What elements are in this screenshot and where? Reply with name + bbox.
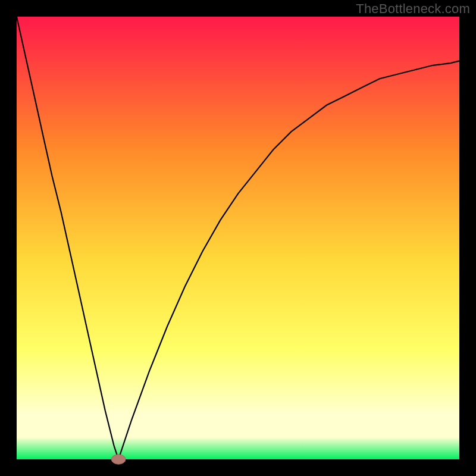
chart-container: TheBottleneck.com — [0, 0, 476, 476]
watermark-text: TheBottleneck.com — [356, 1, 470, 17]
optimal-point-marker — [111, 455, 126, 464]
chart-background-gradient — [17, 17, 459, 459]
bottleneck-chart — [0, 0, 476, 476]
